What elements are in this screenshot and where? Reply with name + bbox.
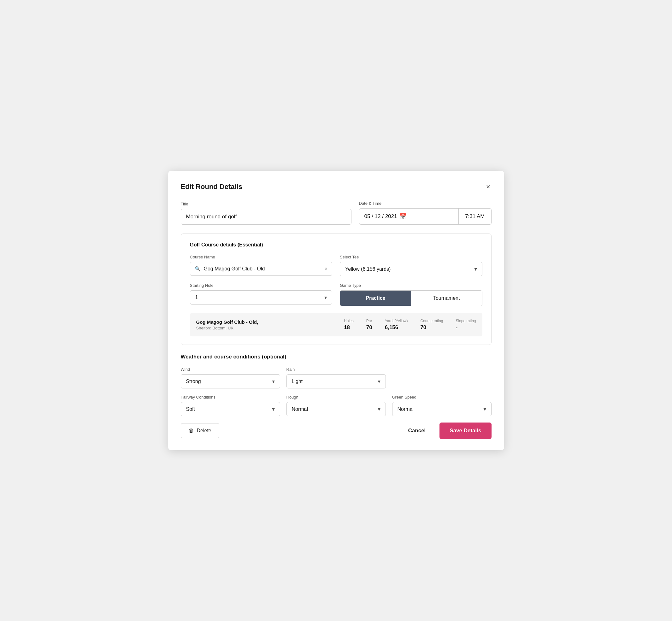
par-stat: Par 70 [366, 319, 372, 331]
wind-wrap: Calm Light Moderate Strong Very Strong ▼ [181, 374, 280, 388]
rain-wrap: None Light Moderate Heavy ▼ [287, 374, 386, 388]
course-name-group: Course Name 🔍 × [190, 255, 333, 276]
time-part[interactable]: 7:31 AM [459, 209, 491, 224]
course-name-display: Gog Magog Golf Club - Old, [196, 319, 344, 325]
course-location: Shelford Bottom, UK [196, 326, 344, 330]
save-button[interactable]: Save Details [439, 422, 491, 439]
slope-rating-label: Slope rating [456, 319, 476, 323]
rain-label: Rain [287, 367, 386, 372]
datetime-field-group: Date & Time 05 / 12 / 2021 📅 7:31 AM [359, 201, 492, 225]
select-tee-label: Select Tee [340, 255, 482, 259]
title-input[interactable] [181, 209, 351, 225]
yards-label: Yards(Yellow) [385, 319, 408, 323]
wind-dropdown[interactable]: Calm Light Moderate Strong Very Strong [181, 374, 280, 388]
date-part[interactable]: 05 / 12 / 2021 📅 [359, 209, 459, 224]
course-stats: Holes 18 Par 70 Yards(Yellow) 6,156 Cour… [344, 319, 476, 331]
course-info-name: Gog Magog Golf Club - Old, Shelford Bott… [196, 319, 344, 330]
datetime-label: Date & Time [359, 201, 492, 206]
time-value: 7:31 AM [465, 213, 485, 220]
rain-dropdown[interactable]: None Light Moderate Heavy [287, 374, 386, 388]
slope-rating-stat: Slope rating - [456, 319, 476, 331]
wind-label: Wind [181, 367, 280, 372]
green-speed-label: Green Speed [392, 395, 492, 400]
green-speed-group: Green Speed Slow Normal Fast Very Fast ▼ [392, 395, 492, 416]
tournament-button[interactable]: Tournament [411, 291, 482, 306]
course-name-label: Course Name [190, 255, 333, 259]
course-name-search-wrap: 🔍 × [190, 262, 333, 276]
wind-rain-row: Wind Calm Light Moderate Strong Very Str… [181, 367, 492, 388]
calendar-icon: 📅 [400, 213, 406, 220]
select-tee-group: Select Tee Yellow (6,156 yards) White Re… [340, 255, 482, 276]
green-speed-wrap: Slow Normal Fast Very Fast ▼ [392, 402, 492, 416]
par-label: Par [366, 319, 372, 323]
fairway-rough-green-row: Fairway Conditions Soft Normal Firm Hard… [181, 395, 492, 416]
rough-group: Rough Short Normal Long ▼ [287, 395, 386, 416]
footer-row: 🗑 Delete Cancel Save Details [181, 422, 492, 439]
footer-right: Cancel Save Details [403, 422, 492, 439]
holes-stat: Holes 18 [344, 319, 354, 331]
game-type-toggle: Practice Tournament [340, 290, 482, 306]
rain-group: Rain None Light Moderate Heavy ▼ [287, 367, 386, 388]
date-value: 05 / 12 / 2021 [365, 213, 397, 220]
starting-hole-group: Starting Hole 1 10 ▼ [190, 283, 333, 306]
yards-stat: Yards(Yellow) 6,156 [385, 319, 408, 331]
title-label: Title [181, 202, 351, 206]
trash-icon: 🗑 [189, 428, 194, 433]
course-rating-label: Course rating [420, 319, 443, 323]
fairway-dropdown[interactable]: Soft Normal Firm Hard [181, 402, 280, 416]
starting-hole-wrap: 1 10 ▼ [190, 290, 333, 304]
title-field-group: Title [181, 202, 351, 225]
rough-wrap: Short Normal Long ▼ [287, 402, 386, 416]
rough-dropdown[interactable]: Short Normal Long [287, 402, 386, 416]
top-fields: Title Date & Time 05 / 12 / 2021 📅 7:31 … [181, 201, 492, 225]
clear-course-button[interactable]: × [325, 266, 328, 272]
game-type-group: Game Type Practice Tournament [340, 283, 482, 306]
yards-value: 6,156 [385, 324, 398, 331]
datetime-row: 05 / 12 / 2021 📅 7:31 AM [359, 208, 492, 225]
holes-value: 18 [344, 324, 350, 331]
course-info-row: Gog Magog Golf Club - Old, Shelford Bott… [190, 313, 482, 336]
weather-section: Weather and course conditions (optional)… [181, 354, 492, 416]
weather-title: Weather and course conditions (optional) [181, 354, 492, 360]
slope-rating-value: - [456, 324, 458, 331]
game-type-label: Game Type [340, 283, 482, 288]
course-name-input[interactable] [204, 266, 322, 272]
green-speed-dropdown[interactable]: Slow Normal Fast Very Fast [392, 402, 492, 416]
course-name-tee-row: Course Name 🔍 × Select Tee Yellow (6,156… [190, 255, 482, 276]
delete-label: Delete [197, 428, 211, 433]
practice-button[interactable]: Practice [340, 291, 411, 306]
rough-label: Rough [287, 395, 386, 400]
holes-label: Holes [344, 319, 354, 323]
par-value: 70 [366, 324, 372, 331]
golf-course-title: Golf Course details (Essential) [190, 242, 482, 248]
course-rating-stat: Course rating 70 [420, 319, 443, 331]
fairway-wrap: Soft Normal Firm Hard ▼ [181, 402, 280, 416]
select-tee-dropdown[interactable]: Yellow (6,156 yards) White Red [340, 262, 482, 276]
select-tee-wrap: Yellow (6,156 yards) White Red ▼ [340, 262, 482, 276]
course-rating-value: 70 [420, 324, 426, 331]
search-icon: 🔍 [195, 266, 201, 272]
modal-header: Edit Round Details × [181, 182, 492, 192]
modal-title: Edit Round Details [181, 183, 243, 191]
fairway-group: Fairway Conditions Soft Normal Firm Hard… [181, 395, 280, 416]
starting-hole-gametype-row: Starting Hole 1 10 ▼ Game Type Practice … [190, 283, 482, 306]
close-button[interactable]: × [485, 182, 492, 192]
starting-hole-label: Starting Hole [190, 283, 333, 288]
cancel-button[interactable]: Cancel [403, 424, 431, 437]
golf-course-section: Golf Course details (Essential) Course N… [181, 234, 492, 345]
delete-button[interactable]: 🗑 Delete [181, 423, 219, 438]
fairway-label: Fairway Conditions [181, 395, 280, 400]
edit-round-modal: Edit Round Details × Title Date & Time 0… [168, 171, 504, 450]
starting-hole-dropdown[interactable]: 1 10 [190, 290, 333, 304]
wind-group: Wind Calm Light Moderate Strong Very Str… [181, 367, 280, 388]
